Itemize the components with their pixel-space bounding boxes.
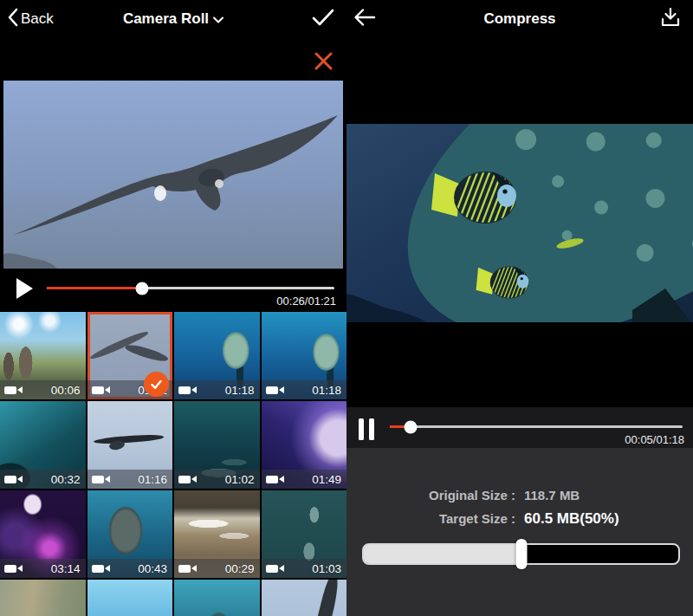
video-thumbnail[interactable]: 01:21 (87, 312, 173, 399)
back-label: Back (21, 10, 54, 28)
thumbnail-info-strip: 01:49 (262, 470, 347, 489)
video-thumbnail[interactable] (262, 580, 347, 616)
back-chevron-icon (7, 8, 18, 31)
thumbnail-info-strip: 00:43 (87, 559, 173, 578)
video-thumbnail[interactable] (174, 580, 260, 616)
video-camera-icon (4, 565, 16, 573)
thumbnail-duration: 01:18 (312, 384, 341, 397)
back-arrow-button[interactable] (346, 8, 376, 31)
dual-screenshot-stage: Back Camera Roll (0, 0, 693, 616)
checkmark-icon (312, 9, 334, 29)
thumbnail-duration: 01:18 (225, 384, 255, 397)
original-size-value: 118.7 MB (520, 488, 580, 503)
video-camera-icon (266, 386, 278, 394)
compress-time-label: 00:05/01:18 (625, 433, 684, 446)
page-title: Compress (346, 10, 693, 28)
video-camera-icon (4, 386, 16, 394)
video-preview-modal: 00:26/01:21 (3, 42, 343, 310)
compression-slider-fill (364, 545, 521, 563)
video-camera-icon (92, 565, 104, 573)
preview-progress-track[interactable] (47, 287, 334, 289)
thumbnail-info-strip: 00:29 (174, 559, 260, 578)
download-icon (660, 7, 681, 31)
original-size-label: Original Size : (346, 488, 520, 503)
video-thumbnail[interactable]: 01:49 (262, 401, 347, 489)
preview-player-bar: 00:26/01:21 (3, 269, 343, 310)
thumbnail-duration: 00:43 (138, 562, 167, 575)
thumbnail-duration: 01:16 (138, 473, 167, 486)
thumbnail-grid: 00:06 01:21 01:18 01:18 00:32 01: (0, 312, 346, 616)
close-icon[interactable] (312, 49, 334, 72)
preview-modal-header (3, 42, 343, 81)
thumbnail-info-strip: 01:18 (174, 380, 260, 399)
thumbnail-info-strip: 01:18 (262, 380, 347, 399)
selected-check-icon (144, 372, 169, 397)
target-size-value: 60.5 MB(50%) (520, 510, 619, 528)
compress-screen: Compress (346, 0, 693, 616)
angelfish-illustration (346, 124, 693, 322)
target-size-row: Target Size : 60.5 MB(50%) (346, 510, 693, 528)
back-arrow-icon (353, 8, 376, 31)
thumbnail-duration: 00:06 (51, 384, 81, 397)
original-size-row: Original Size : 118.7 MB (346, 488, 693, 503)
flying-bird-illustration (3, 81, 343, 269)
save-button[interactable] (660, 7, 693, 31)
video-thumbnail[interactable]: 00:32 (0, 401, 86, 489)
preview-progress-fill (47, 287, 142, 289)
video-thumbnail[interactable] (87, 580, 173, 616)
page-title: Camera Roll (123, 10, 209, 28)
video-camera-icon (178, 565, 191, 573)
left-navbar: Back Camera Roll (0, 0, 346, 38)
thumbnail-info-strip: 03:14 (0, 559, 86, 578)
video-thumbnail[interactable]: 00:06 (0, 312, 86, 399)
confirm-button[interactable] (312, 9, 346, 29)
play-icon[interactable] (16, 278, 33, 299)
compress-progress-thumb[interactable] (404, 420, 417, 433)
thumbnail-duration: 01:02 (225, 473, 255, 486)
video-thumbnail[interactable]: 01:03 (262, 490, 347, 578)
video-thumbnail[interactable]: 03:14 (0, 490, 86, 578)
video-camera-icon (178, 386, 191, 394)
video-thumbnail[interactable]: 01:18 (262, 312, 347, 399)
chevron-down-icon (213, 10, 223, 28)
thumbnail-duration: 00:29 (225, 562, 255, 575)
video-camera-icon (266, 476, 278, 483)
compress-video-frame[interactable] (346, 124, 693, 322)
video-thumbnail[interactable]: 01:18 (174, 312, 260, 399)
thumbnail-info-strip: 00:32 (0, 470, 86, 489)
thumbnail-info-strip: 01:16 (87, 470, 173, 489)
compress-settings-panel: Original Size : 118.7 MB Target Size : 6… (346, 448, 693, 616)
preview-time-label: 00:26/01:21 (276, 295, 336, 308)
video-thumbnail[interactable] (0, 580, 86, 616)
thumbnail-duration: 01:49 (312, 473, 341, 486)
back-button[interactable]: Back (0, 8, 54, 31)
compression-slider-handle[interactable] (515, 539, 527, 569)
compression-slider[interactable] (362, 543, 680, 565)
video-thumbnail[interactable]: 01:02 (174, 401, 260, 489)
video-camera-icon (178, 476, 191, 483)
thumbnail-duration: 01:03 (312, 562, 341, 575)
video-camera-icon (266, 565, 278, 573)
target-size-label: Target Size : (346, 511, 520, 526)
thumbnail-duration: 00:32 (51, 473, 81, 486)
video-thumbnail[interactable]: 00:43 (87, 490, 173, 578)
thumbnail-info-strip: 01:02 (174, 470, 260, 489)
video-camera-icon (4, 476, 16, 483)
video-thumbnail[interactable]: 00:29 (174, 490, 260, 578)
video-thumbnail[interactable]: 01:16 (87, 401, 173, 489)
compress-player-bar: 00:05/01:18 (346, 407, 693, 448)
right-navbar: Compress (346, 0, 693, 38)
pause-icon[interactable] (359, 418, 374, 440)
camera-roll-screen: Back Camera Roll (0, 0, 346, 616)
thumbnail-info-strip: 00:06 (0, 380, 86, 399)
video-camera-icon (92, 476, 104, 483)
preview-video-frame[interactable] (3, 81, 343, 269)
preview-progress-thumb[interactable] (135, 282, 148, 295)
thumbnail-duration: 03:14 (51, 562, 81, 575)
thumbnail-info-strip: 01:03 (262, 559, 347, 578)
video-camera-icon (92, 386, 104, 394)
compress-progress-track[interactable] (390, 425, 683, 428)
